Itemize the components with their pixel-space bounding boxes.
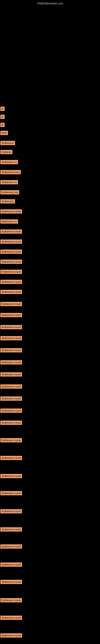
- page-container: TheBottlenecker.com BBBBottlBottleneckBo…: [0, 0, 100, 644]
- result-row-23: Bottleneck result: [0, 325, 22, 329]
- result-row-15: Bottleneck result: [0, 240, 22, 244]
- result-label-18[interactable]: Bottleneck result: [0, 270, 22, 274]
- result-label-32[interactable]: Bottleneck result: [0, 438, 22, 442]
- result-label-9[interactable]: Bottleneck re: [0, 180, 18, 184]
- result-row-1: B: [0, 107, 4, 111]
- result-label-13[interactable]: Bottleneck re: [0, 219, 18, 224]
- result-row-9: Bottleneck re: [0, 180, 18, 184]
- result-row-19: Bottleneck result: [0, 280, 22, 284]
- result-row-34: Bottleneck result: [0, 474, 22, 478]
- result-label-29[interactable]: Bottleneck result: [0, 396, 22, 401]
- result-row-28: Bottleneck result: [0, 384, 22, 388]
- result-row-18: Bottleneck result: [0, 270, 22, 274]
- result-label-27[interactable]: Bottleneck result: [0, 372, 22, 376]
- result-row-12: Bottleneck result: [0, 209, 22, 214]
- result-row-22: Bottleneck result: [0, 313, 22, 317]
- site-title: TheBottlenecker.com: [0, 0, 100, 5]
- result-label-41[interactable]: Bottleneck result: [0, 598, 22, 602]
- result-label-35[interactable]: Bottleneck result: [0, 491, 22, 495]
- result-label-39[interactable]: Bottleneck result: [0, 562, 22, 567]
- result-row-17: Bottleneck result: [0, 260, 22, 264]
- result-row-10: Bottleneck res: [0, 190, 19, 194]
- result-label-30[interactable]: Bottleneck result: [0, 408, 22, 413]
- result-row-32: Bottleneck result: [0, 438, 22, 442]
- result-row-42: Bottleneck result: [0, 616, 22, 620]
- result-label-20[interactable]: Bottleneck result: [0, 290, 22, 294]
- result-row-36: Bottleneck result: [0, 509, 22, 514]
- result-label-1[interactable]: B: [0, 107, 4, 111]
- result-label-22[interactable]: Bottleneck result: [0, 313, 22, 317]
- result-row-11: Bottleneck: [0, 199, 15, 204]
- result-label-5[interactable]: Bottleneck: [0, 141, 15, 145]
- result-label-8[interactable]: Bottleneck resu: [0, 170, 21, 174]
- result-label-6[interactable]: Bottlene: [0, 150, 12, 154]
- result-row-2: B: [0, 115, 4, 119]
- result-label-38[interactable]: Bottleneck result: [0, 544, 22, 548]
- result-row-26: Bottleneck result: [0, 360, 22, 364]
- result-label-37[interactable]: Bottleneck result: [0, 527, 22, 532]
- result-row-31: Bottleneck result: [0, 420, 22, 425]
- result-label-10[interactable]: Bottleneck res: [0, 190, 19, 194]
- result-label-42[interactable]: Bottleneck result: [0, 616, 22, 620]
- result-label-43[interactable]: Bottleneck result: [0, 633, 22, 638]
- result-label-40[interactable]: Bottleneck result: [0, 580, 22, 584]
- result-label-4[interactable]: Bottl: [0, 131, 8, 135]
- result-label-21[interactable]: Bottleneck result: [0, 302, 22, 306]
- result-row-6: Bottlene: [0, 150, 12, 154]
- result-row-3: B: [0, 123, 4, 127]
- result-label-16[interactable]: Bottleneck result: [0, 250, 22, 254]
- result-row-29: Bottleneck result: [0, 396, 22, 401]
- result-row-25: Bottleneck result: [0, 348, 22, 352]
- result-label-7[interactable]: Bottleneck re: [0, 160, 18, 164]
- result-label-2[interactable]: B: [0, 115, 4, 119]
- result-label-28[interactable]: Bottleneck result: [0, 384, 22, 388]
- result-row-21: Bottleneck result: [0, 302, 22, 306]
- result-label-14[interactable]: Bottleneck result: [0, 230, 22, 234]
- result-label-23[interactable]: Bottleneck result: [0, 325, 22, 329]
- result-row-43: Bottleneck result: [0, 633, 22, 638]
- result-label-33[interactable]: Bottleneck result: [0, 456, 22, 460]
- result-row-37: Bottleneck result: [0, 527, 22, 532]
- result-label-34[interactable]: Bottleneck result: [0, 474, 22, 478]
- result-row-7: Bottleneck re: [0, 160, 18, 164]
- result-row-20: Bottleneck result: [0, 290, 22, 294]
- result-label-15[interactable]: Bottleneck result: [0, 240, 22, 244]
- result-row-39: Bottleneck result: [0, 562, 22, 567]
- result-label-19[interactable]: Bottleneck result: [0, 280, 22, 284]
- result-label-11[interactable]: Bottleneck: [0, 199, 15, 204]
- result-row-30: Bottleneck result: [0, 408, 22, 413]
- result-row-8: Bottleneck resu: [0, 170, 21, 174]
- result-label-25[interactable]: Bottleneck result: [0, 348, 22, 352]
- result-row-27: Bottleneck result: [0, 372, 22, 376]
- site-title-text: TheBottlenecker.com: [37, 2, 63, 5]
- result-label-31[interactable]: Bottleneck result: [0, 420, 22, 425]
- result-label-3[interactable]: B: [0, 123, 4, 127]
- result-row-40: Bottleneck result: [0, 580, 22, 584]
- result-row-4: Bottl: [0, 131, 8, 135]
- result-label-17[interactable]: Bottleneck result: [0, 260, 22, 264]
- result-row-13: Bottleneck re: [0, 219, 18, 224]
- result-row-16: Bottleneck result: [0, 250, 22, 254]
- result-row-5: Bottleneck: [0, 141, 15, 145]
- result-row-33: Bottleneck result: [0, 456, 22, 460]
- result-row-24: Bottleneck result: [0, 336, 22, 340]
- result-label-26[interactable]: Bottleneck result: [0, 360, 22, 364]
- result-row-35: Bottleneck result: [0, 491, 22, 495]
- result-label-12[interactable]: Bottleneck result: [0, 209, 22, 214]
- result-row-41: Bottleneck result: [0, 598, 22, 602]
- result-row-38: Bottleneck result: [0, 544, 22, 548]
- result-label-36[interactable]: Bottleneck result: [0, 509, 22, 514]
- result-label-24[interactable]: Bottleneck result: [0, 336, 22, 340]
- result-row-14: Bottleneck result: [0, 230, 22, 234]
